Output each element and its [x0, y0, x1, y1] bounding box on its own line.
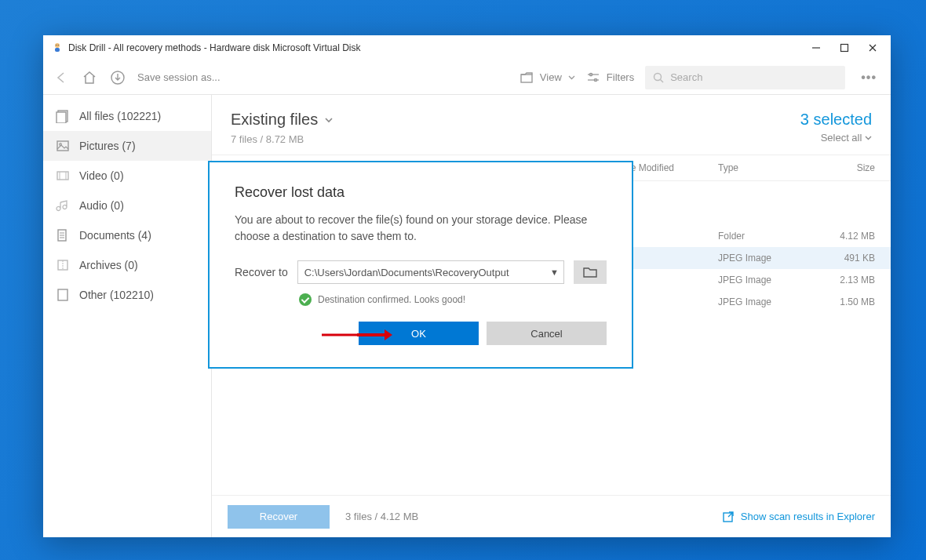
window-title: Disk Drill - All recovery methods - Hard…: [68, 42, 811, 53]
main-header: Existing files 7 files / 8.72 MB 3 selec…: [212, 95, 891, 155]
confirm-message: Destination confirmed. Looks good!: [318, 294, 465, 305]
download-icon[interactable]: [109, 69, 126, 86]
search-icon: [653, 72, 664, 83]
browse-folder-button[interactable]: [574, 260, 607, 284]
close-button[interactable]: [867, 42, 878, 53]
app-icon: [51, 42, 64, 54]
svg-rect-1: [55, 48, 60, 52]
filters-label: Filters: [607, 71, 634, 83]
chevron-down-icon: ▼: [550, 267, 559, 277]
recover-to-label: Recover to: [235, 266, 288, 278]
column-size[interactable]: Size: [812, 162, 891, 173]
category-title[interactable]: Existing files: [231, 111, 334, 129]
row-size: 491 KB: [812, 253, 891, 264]
toolbar: Save session as... View Filters Search •…: [43, 60, 891, 95]
sidebar-item-pictures[interactable]: Pictures (7): [43, 131, 211, 161]
row-size: 2.13 MB: [812, 275, 891, 285]
recover-button[interactable]: Recover: [228, 505, 330, 529]
selected-count: 3 selected: [800, 111, 872, 129]
sidebar-item-label: Pictures (7): [79, 140, 136, 152]
recover-path-dropdown[interactable]: C:\Users\Jordan\Documents\RecoveryOutput…: [297, 260, 564, 284]
folder-icon: [582, 264, 598, 280]
svg-point-3: [58, 45, 59, 45]
search-input[interactable]: Search: [645, 66, 845, 89]
row-type: JPEG Image: [718, 275, 812, 285]
svg-rect-17: [57, 112, 66, 123]
svg-rect-29: [58, 289, 67, 300]
video-icon: [56, 169, 70, 183]
svg-rect-9: [521, 75, 532, 82]
column-type[interactable]: Type: [718, 162, 812, 173]
row-type: Folder: [718, 231, 812, 242]
row-size: 1.50 MB: [812, 296, 891, 307]
sidebar-item-label: Documents (4): [79, 229, 151, 242]
recover-dialog: Recover lost data You are about to recov…: [208, 161, 633, 369]
svg-line-15: [661, 79, 664, 82]
svg-point-14: [654, 73, 662, 80]
filters-button[interactable]: Filters: [586, 71, 634, 85]
svg-point-2: [56, 45, 57, 45]
sidebar-item-label: All files (102221): [79, 110, 161, 122]
sidebar: All files (102221) Pictures (7) Video (0…: [43, 95, 212, 537]
window-controls: [811, 42, 883, 53]
back-button[interactable]: [53, 69, 70, 86]
more-button[interactable]: •••: [856, 71, 881, 85]
sidebar-item-audio[interactable]: Audio (0): [43, 191, 211, 220]
sidebar-item-video[interactable]: Video (0): [43, 161, 211, 191]
sidebar-item-label: Other (102210): [79, 289, 154, 301]
minimize-button[interactable]: [811, 42, 822, 53]
titlebar: Disk Drill - All recovery methods - Hard…: [43, 35, 891, 60]
footer-summary: 3 files / 4.12 MB: [345, 511, 418, 522]
select-all-button[interactable]: Select all: [800, 132, 872, 144]
save-session-button[interactable]: Save session as...: [137, 71, 221, 83]
svg-rect-20: [57, 172, 68, 180]
audio-icon: [56, 198, 70, 213]
sidebar-item-other[interactable]: Other (102210): [43, 280, 211, 310]
sidebar-item-label: Audio (0): [79, 199, 124, 212]
dialog-body: You are about to recover the file(s) fou…: [235, 212, 607, 245]
maximize-button[interactable]: [839, 42, 850, 53]
row-type: JPEG Image: [718, 253, 812, 264]
sidebar-item-label: Archives (0): [79, 259, 138, 271]
chevron-down-icon: [324, 115, 334, 125]
view-label: View: [540, 71, 562, 83]
sidebar-item-archives[interactable]: Archives (0): [43, 250, 211, 280]
show-in-explorer-link[interactable]: Show scan results in Explorer: [722, 511, 875, 523]
row-type: JPEG Image: [718, 296, 812, 307]
pictures-icon: [56, 139, 70, 153]
search-placeholder: Search: [670, 71, 702, 83]
row-size: 4.12 MB: [812, 231, 891, 242]
ok-button[interactable]: OK: [359, 322, 479, 345]
footer-bar: Recover 3 files / 4.12 MB Show scan resu…: [212, 495, 891, 537]
cancel-button[interactable]: Cancel: [487, 322, 607, 345]
sidebar-item-documents[interactable]: Documents (4): [43, 220, 211, 250]
svg-rect-5: [841, 45, 848, 52]
check-icon: [299, 293, 312, 306]
sidebar-item-label: Video (0): [79, 169, 124, 182]
svg-rect-18: [57, 141, 68, 151]
documents-icon: [56, 228, 70, 242]
archives-icon: [56, 258, 70, 272]
svg-point-0: [55, 43, 60, 48]
export-icon: [722, 511, 735, 523]
home-button[interactable]: [81, 69, 98, 86]
dialog-title: Recover lost data: [235, 184, 607, 201]
sidebar-item-all-files[interactable]: All files (102221): [43, 101, 211, 131]
files-icon: [56, 109, 70, 123]
view-dropdown[interactable]: View: [520, 71, 575, 85]
other-icon: [56, 288, 70, 302]
category-subtitle: 7 files / 8.72 MB: [231, 133, 334, 145]
